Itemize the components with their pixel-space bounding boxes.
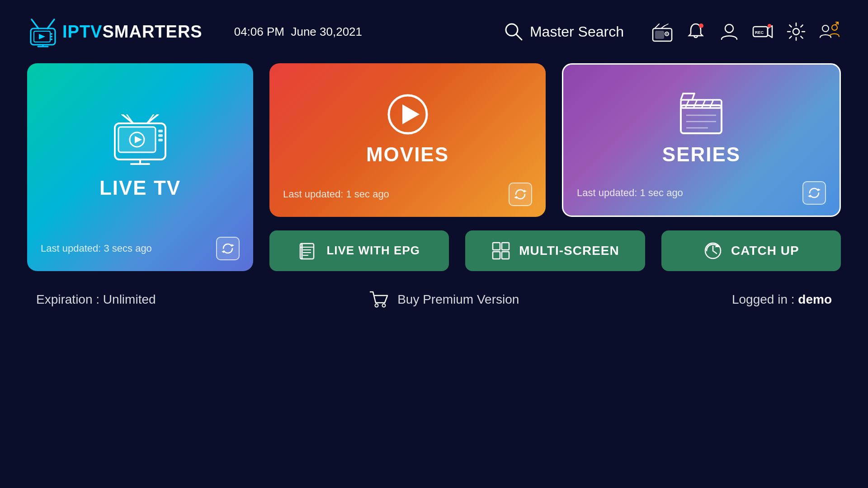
svg-line-11: [516, 34, 522, 40]
live-tv-title: LIVE TV: [99, 177, 181, 199]
svg-marker-48: [524, 190, 527, 192]
svg-marker-49: [514, 196, 517, 199]
svg-rect-39: [158, 130, 163, 132]
expiration-info: Expiration : Unlimited: [36, 292, 156, 307]
svg-line-76: [713, 251, 717, 253]
svg-text:REC: REC: [755, 30, 764, 35]
logo-text: IPTVSMARTERS: [62, 22, 203, 42]
svg-point-7: [51, 38, 52, 40]
svg-rect-50: [681, 105, 722, 133]
movies-updated: Last updated: 1 sec ago: [283, 188, 389, 200]
svg-point-78: [375, 304, 378, 307]
movies-footer: Last updated: 1 sec ago: [283, 183, 532, 206]
svg-point-79: [382, 304, 386, 307]
series-icon: [676, 92, 726, 137]
svg-line-54: [702, 100, 705, 108]
series-title: SERIES: [662, 143, 741, 166]
buy-premium-label: Buy Premium Version: [397, 292, 519, 307]
series-refresh-button[interactable]: [802, 181, 826, 205]
svg-marker-4: [39, 34, 45, 39]
live-tv-icon: [108, 114, 172, 169]
epg-icon: [298, 241, 318, 261]
svg-rect-40: [158, 134, 163, 137]
multi-screen-icon: [491, 241, 511, 261]
search-label: Master Search: [530, 23, 624, 40]
cart-icon: [368, 289, 389, 310]
svg-point-20: [725, 24, 733, 33]
radio-icon[interactable]: [651, 20, 674, 43]
bell-icon[interactable]: [684, 20, 707, 43]
svg-marker-22: [768, 26, 772, 38]
svg-point-25: [793, 28, 799, 35]
datetime: 04:06 PM June 30,2021: [234, 25, 362, 39]
svg-marker-47: [402, 104, 420, 124]
footer: Expiration : Unlimited Buy Premium Versi…: [0, 276, 868, 324]
record-icon[interactable]: REC: [751, 20, 774, 43]
series-footer: Last updated: 1 sec ago: [577, 181, 826, 205]
svg-point-24: [768, 24, 771, 28]
svg-point-26: [822, 25, 829, 32]
logged-in-text: Logged in : demo: [732, 292, 832, 306]
live-with-epg-label: LIVE WITH EPG: [326, 244, 420, 258]
search-icon: [504, 22, 524, 42]
svg-marker-45: [222, 250, 224, 253]
header: IPTVSMARTERS 04:06 PM June 30,2021 Maste…: [0, 0, 868, 63]
svg-point-5: [51, 33, 52, 35]
svg-line-56: [681, 94, 683, 100]
series-card[interactable]: SERIES Last updated: 1 sec ago: [562, 63, 841, 217]
live-with-epg-button[interactable]: LIVE WITH EPG: [269, 230, 449, 271]
svg-line-0: [32, 19, 38, 28]
top-right-row: MOVIES Last updated: 1 sec ago: [269, 63, 841, 217]
right-section: MOVIES Last updated: 1 sec ago: [269, 63, 841, 271]
movies-icon: [385, 92, 430, 137]
svg-point-19: [699, 23, 703, 28]
svg-line-16: [655, 24, 659, 28]
switch-user-icon[interactable]: [818, 20, 841, 43]
svg-line-57: [692, 94, 694, 100]
catch-up-button[interactable]: CATCH UP: [661, 230, 841, 271]
user-icon[interactable]: [718, 20, 741, 43]
svg-marker-63: [808, 195, 811, 197]
catch-up-label: CATCH UP: [731, 244, 799, 258]
live-tv-refresh-button[interactable]: [216, 237, 240, 260]
svg-point-27: [832, 25, 837, 30]
movies-card[interactable]: MOVIES Last updated: 1 sec ago: [269, 63, 546, 217]
settings-icon[interactable]: [785, 20, 807, 43]
svg-rect-72: [493, 252, 500, 259]
svg-marker-44: [231, 244, 234, 247]
movies-title: MOVIES: [366, 143, 449, 166]
svg-rect-70: [493, 243, 500, 250]
multi-screen-label: MULTI-SCREEN: [519, 244, 619, 258]
main-content: LIVE TV Last updated: 3 secs ago: [0, 63, 868, 271]
logo-area: IPTVSMARTERS: [27, 16, 203, 47]
svg-rect-71: [502, 243, 509, 250]
svg-line-53: [693, 100, 697, 108]
svg-point-15: [666, 33, 668, 35]
search-bar[interactable]: Master Search: [504, 22, 624, 42]
bottom-buttons-row: LIVE WITH EPG MULTI-SCREEN: [269, 230, 841, 271]
nav-icons: REC: [651, 20, 841, 43]
movies-icon-area: MOVIES: [366, 80, 449, 178]
svg-line-1: [47, 19, 54, 28]
svg-rect-13: [656, 31, 664, 38]
multi-screen-button[interactable]: MULTI-SCREEN: [465, 230, 645, 271]
live-tv-updated: Last updated: 3 secs ago: [41, 243, 152, 254]
live-tv-icon-area: LIVE TV: [99, 81, 181, 232]
svg-line-55: [710, 100, 713, 108]
svg-line-18: [665, 24, 668, 26]
svg-marker-62: [818, 188, 821, 191]
svg-point-6: [51, 36, 52, 38]
movies-refresh-button[interactable]: [509, 183, 532, 206]
svg-rect-41: [158, 139, 163, 141]
logo-tv-icon: [27, 16, 59, 47]
logged-in-info: Logged in : demo: [732, 292, 832, 307]
expiration-text: Expiration : Unlimited: [36, 292, 156, 306]
svg-rect-73: [502, 252, 509, 259]
svg-line-52: [685, 100, 689, 108]
buy-premium-button[interactable]: Buy Premium Version: [368, 289, 519, 310]
live-tv-card[interactable]: LIVE TV Last updated: 3 secs ago: [27, 63, 253, 271]
live-tv-footer: Last updated: 3 secs ago: [41, 237, 240, 260]
catch-up-icon: [703, 241, 723, 261]
series-updated: Last updated: 1 sec ago: [577, 187, 683, 199]
series-icon-area: SERIES: [662, 81, 741, 177]
